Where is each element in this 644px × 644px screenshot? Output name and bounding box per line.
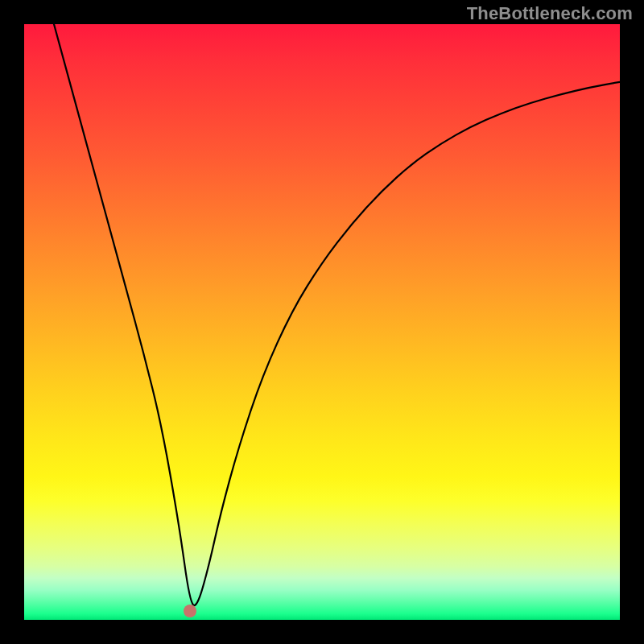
watermark-text: TheBottleneck.com	[467, 3, 633, 24]
plot-area	[24, 24, 620, 620]
bottleneck-curve	[54, 24, 620, 605]
optimum-marker	[184, 605, 196, 617]
curve-svg	[24, 24, 620, 620]
outer-frame: TheBottleneck.com	[0, 0, 644, 644]
